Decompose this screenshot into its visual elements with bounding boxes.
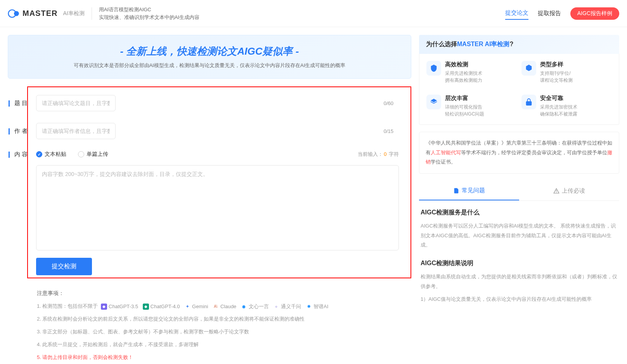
- header-description: 用AI语言模型检测AIGC 实现快速、准确识别学术文本中的AI生成内容: [99, 6, 199, 21]
- radio-paste-label: 文本粘贴: [45, 151, 66, 158]
- faq-text-2b: 1）AIGC值与论文质量无关，仅表示论文中内容片段存在AI生成可能性的概率: [421, 295, 618, 304]
- faq-section: AIGC检测服务是什么 AIGC检测服务可以区分人工编写的内容和AI模型生成的文…: [419, 201, 619, 321]
- radio-text-paste[interactable]: 文本粘贴: [36, 151, 66, 158]
- banner-subtitle: 可有效识别文本是否部分或全部由AI模型生成，检测结果与论文质量无关，仅表示论文中…: [20, 62, 399, 69]
- wenxin-icon: ◉: [241, 304, 247, 310]
- notes-title: 注意事项：: [37, 290, 400, 297]
- nav-extract-report[interactable]: 提取报告: [538, 7, 561, 19]
- layers-icon: [426, 95, 441, 109]
- note-item-5: 5. 请勿上传目录和封面，否则会检测失败！: [37, 354, 400, 362]
- header-divider: [92, 7, 92, 20]
- note-item-2: 2. 系统在检测时会分析论文的前后文关系，所以请您提交论文的全部内容，如果是非全…: [37, 315, 400, 323]
- logo[interactable]: MASTER AI率检测: [8, 7, 85, 20]
- logo-icon: [8, 7, 20, 20]
- info-tabs: 常见问题 上传必读: [419, 181, 619, 201]
- header-desc-line2: 实现快速、准确识别学术文本中的AI生成内容: [99, 14, 199, 21]
- note-item-4: 4. 此系统一旦提交，开始检测后，就会产生成本，不接受退款，多谢理解: [37, 341, 400, 349]
- shield-icon: [426, 61, 441, 76]
- features-grid: 高效检测采用先进检测技术 拥有高效检测能力 类型多样支持期刊/学位/ 课程论文等…: [419, 54, 619, 125]
- lock-icon: [521, 95, 536, 109]
- claude-icon: A\: [213, 304, 219, 310]
- tab-faq[interactable]: 常见问题: [419, 181, 519, 200]
- faq-text-2a: 检测结果由系统自动生成，为您提供的是相关线索而非判断依据和（或者）判断标准，仅供…: [421, 272, 618, 291]
- svg-point-1: [14, 11, 19, 16]
- faq-text-1: AIGC检测服务可以区分人工编写的内容和AI模型生成的文本。 系统将快速生成报告…: [421, 221, 618, 250]
- title-char-count: 0/60: [384, 100, 393, 106]
- note-item-3: 3. 非正文部分（如标题、公式、图表、参考文献等）不参与检测，检测字数一般略小于…: [37, 328, 400, 336]
- tab-upload-guide[interactable]: 上传必读: [519, 181, 619, 200]
- gemini-icon: ✦: [184, 304, 191, 310]
- title-input[interactable]: [36, 95, 116, 111]
- submission-form: 题 目 0/60 作 者 0/15 内 容 文本粘贴: [27, 86, 411, 278]
- feature-layers: 层次丰富详细的可视化报告 轻松识别AIGC问题: [426, 95, 517, 117]
- document-icon: [453, 188, 459, 194]
- faq-title-1: AIGC检测服务是什么: [421, 209, 618, 217]
- warning-icon: [553, 188, 559, 194]
- content-label: 内 容: [14, 151, 31, 158]
- submit-button[interactable]: 提交检测: [36, 258, 92, 275]
- radio-upload-label: 单篇上传: [87, 151, 108, 158]
- content-textarea[interactable]: [36, 165, 399, 250]
- logo-subtitle: AI率检测: [63, 10, 84, 17]
- banner: - 全新上线，快速检测论文AIGC疑似率 - 可有效识别文本是否部分或全部由AI…: [8, 35, 411, 79]
- feature-secure: 安全可靠采用先进加密技术 确保隐私不被泄露: [521, 95, 612, 117]
- chatgpt40-icon: ◆: [143, 304, 149, 310]
- author-input[interactable]: [36, 123, 116, 139]
- nav-submit-paper[interactable]: 提交论文: [505, 7, 528, 20]
- author-label: 作 者: [14, 128, 31, 135]
- feature-efficient: 高效检测采用先进检测技术 拥有高效检测能力: [426, 61, 517, 84]
- zhipu-icon: ❋: [306, 304, 312, 310]
- sample-report-button[interactable]: AIGC报告样例: [570, 7, 619, 20]
- author-char-count: 0/15: [384, 128, 393, 134]
- note-item-1: 1. 检测范围：包括但不限于 ◆ChatGPT-3.5 ◆ChatGPT-4.0…: [37, 302, 400, 311]
- radio-unchecked-icon: [78, 151, 84, 157]
- logo-text: MASTER: [23, 9, 57, 18]
- feature-types: 类型多样支持期刊/学位/ 课程论文等检测: [521, 61, 612, 84]
- header-desc-line1: 用AI语言模型检测AIGC: [99, 6, 199, 14]
- why-choose-title: 为什么选择MASTER AI率检测?: [419, 35, 619, 54]
- radio-checked-icon: [36, 151, 42, 157]
- radio-single-upload[interactable]: 单篇上传: [78, 151, 108, 158]
- cube-icon: [521, 61, 536, 76]
- title-label: 题 目: [14, 100, 31, 107]
- chatgpt35-icon: ◆: [101, 304, 107, 310]
- tongyi-icon: ⟐: [273, 304, 279, 310]
- word-count: 当前输入：0 字符: [358, 151, 399, 158]
- faq-title-2: AIGC检测结果说明: [421, 259, 618, 267]
- legal-notice: 《中华人民共和国学位法（草案）》第六章第三十三条明确：在获得该学位过程中如有人工…: [419, 132, 619, 174]
- banner-title: - 全新上线，快速检测论文AIGC疑似率 -: [20, 45, 399, 58]
- notes-section: 注意事项： 1. 检测范围：包括但不限于 ◆ChatGPT-3.5 ◆ChatG…: [27, 278, 411, 362]
